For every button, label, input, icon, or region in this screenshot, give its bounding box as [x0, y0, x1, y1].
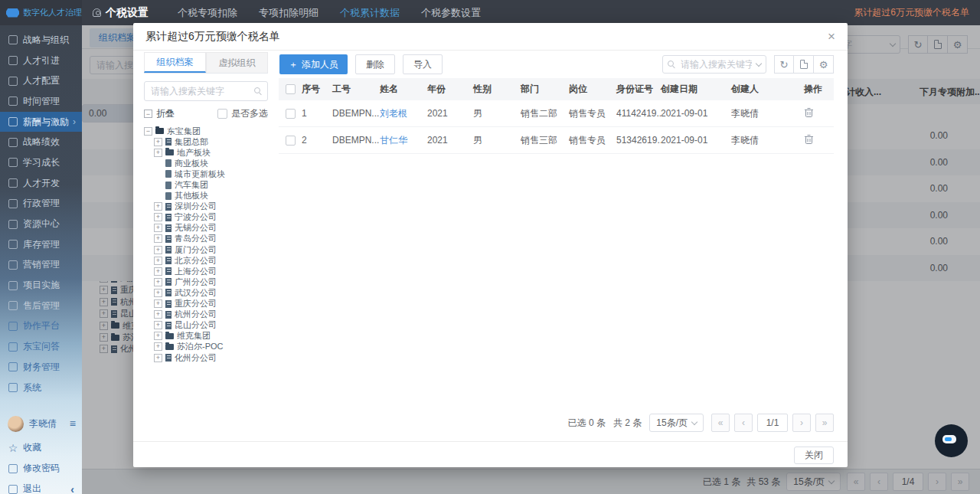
page-size-select[interactable]: 15条/页: [649, 414, 704, 432]
tree-node[interactable]: −城市更新板块: [144, 168, 268, 179]
tree-node[interactable]: +厦门分公司: [144, 244, 268, 255]
expand-icon[interactable]: +: [154, 321, 162, 329]
sidebar-footer-item[interactable]: ☆收藏: [0, 437, 82, 458]
top-nav-tab[interactable]: 个税专项扣除: [178, 6, 237, 20]
first-page-button[interactable]: «: [711, 414, 730, 432]
tree-node[interactable]: +武汉分公司: [144, 287, 268, 298]
sidebar-item[interactable]: 协作平台: [0, 316, 82, 337]
top-nav-tab[interactable]: 个税参数设置: [421, 6, 481, 20]
cell-name-link[interactable]: 甘仁华: [380, 134, 427, 147]
menu-icon[interactable]: ≡: [70, 417, 76, 430]
tree-node[interactable]: +青岛分公司: [144, 234, 268, 244]
table-row[interactable]: 1DBEMPN...刘老根2021男销售二部销售专员41142419...202…: [279, 100, 834, 127]
next-page-button[interactable]: ›: [792, 414, 811, 432]
table-search-input[interactable]: [679, 58, 753, 70]
tree-node[interactable]: +集团总部: [144, 136, 268, 147]
sidebar-item[interactable]: 战略与组织: [0, 30, 82, 51]
expand-icon[interactable]: +: [154, 299, 162, 308]
tab-virtual-org[interactable]: 虚拟组织: [206, 52, 268, 73]
expand-icon[interactable]: +: [154, 202, 162, 211]
expand-icon[interactable]: +: [154, 224, 162, 232]
expand-icon[interactable]: +: [154, 267, 162, 276]
close-icon[interactable]: ×: [828, 30, 835, 43]
settings-gear-icon[interactable]: ⚙: [814, 55, 834, 74]
expand-icon[interactable]: +: [154, 289, 162, 297]
tree-node[interactable]: +北京分公司: [144, 255, 268, 266]
table-row[interactable]: 2DBEMPN...甘仁华2021男销售三部销售专员51342619...202…: [279, 127, 834, 154]
sidebar-item[interactable]: 人才引进: [0, 51, 82, 71]
export-icon[interactable]: [794, 55, 814, 74]
expand-icon[interactable]: +: [154, 354, 162, 362]
tree-node[interactable]: −汽车集团: [144, 179, 268, 190]
multiselect-option[interactable]: 是否多选: [217, 107, 268, 120]
expand-icon[interactable]: +: [154, 342, 162, 351]
tree-node[interactable]: −其他板块: [144, 191, 268, 201]
sidebar-item[interactable]: 营销管理: [0, 255, 82, 276]
sidebar-user[interactable]: 李晓倩 ≡: [0, 414, 82, 433]
import-button[interactable]: 导入: [403, 54, 443, 74]
tree-node[interactable]: +广州分公司: [144, 276, 268, 287]
sidebar-item[interactable]: 库存管理: [0, 234, 82, 255]
expand-icon[interactable]: +: [154, 138, 162, 146]
sidebar-item[interactable]: 人才配置: [0, 70, 82, 91]
sidebar-item[interactable]: 东宝问答: [0, 336, 82, 357]
sidebar-item[interactable]: 项目实施: [0, 275, 82, 296]
collapse-sidebar-icon[interactable]: ‹: [70, 483, 74, 494]
sidebar-footer-item[interactable]: 退出‹: [0, 479, 82, 494]
prev-page-button[interactable]: ‹: [734, 414, 753, 432]
expand-icon[interactable]: +: [154, 332, 162, 340]
tree-node[interactable]: +上海分公司: [144, 266, 268, 276]
trash-icon[interactable]: [804, 134, 814, 147]
top-nav-tab[interactable]: 专项扣除明细: [259, 6, 318, 20]
tree-node[interactable]: +化州分公司: [144, 352, 268, 363]
sidebar-item[interactable]: 薪酬与激励›: [0, 112, 82, 132]
sidebar-item[interactable]: 资源中心: [0, 214, 82, 234]
tree-search-box[interactable]: [144, 81, 268, 101]
expand-icon[interactable]: +: [154, 278, 162, 286]
multiselect-checkbox[interactable]: [217, 109, 227, 119]
add-person-button[interactable]: ＋添加人员: [279, 54, 348, 74]
tree-node[interactable]: +维克集团: [144, 331, 268, 342]
tree-node[interactable]: +深圳分公司: [144, 201, 268, 212]
sidebar-item[interactable]: 系统: [0, 378, 82, 398]
sidebar-item[interactable]: 财务管理: [0, 357, 82, 378]
sidebar-item[interactable]: 人才开发: [0, 173, 82, 194]
sidebar-item[interactable]: 学习成长: [0, 152, 82, 173]
tree-node[interactable]: −东宝集团: [144, 126, 268, 136]
tree-node[interactable]: −商业板块: [144, 158, 268, 168]
tree-node[interactable]: +地产板块: [144, 147, 268, 158]
collapse-all-icon[interactable]: −: [144, 110, 152, 118]
expand-icon[interactable]: +: [154, 310, 162, 319]
expand-icon[interactable]: +: [154, 246, 162, 254]
top-nav-tab[interactable]: 个税累计数据: [340, 6, 400, 20]
over-60k-list-link[interactable]: 累计超过6万元预缴个税名单: [854, 6, 969, 19]
close-button[interactable]: 关闭: [794, 447, 834, 464]
tree-node[interactable]: +重庆分公司: [144, 299, 268, 309]
sidebar-item[interactable]: 时间管理: [0, 91, 82, 112]
sidebar-item[interactable]: 售后管理: [0, 296, 82, 316]
tree-node[interactable]: +宁波分公司: [144, 212, 268, 223]
cell-name-link[interactable]: 刘老根: [380, 107, 427, 120]
expand-icon[interactable]: +: [154, 234, 162, 243]
sidebar-item[interactable]: 行政管理: [0, 194, 82, 214]
chat-bot-button[interactable]: [935, 424, 968, 457]
collapse-icon[interactable]: −: [144, 127, 152, 136]
row-checkbox[interactable]: [286, 136, 296, 146]
expand-icon[interactable]: +: [154, 257, 162, 265]
expand-icon[interactable]: +: [154, 149, 162, 157]
tree-node[interactable]: +昆山分公司: [144, 320, 268, 331]
refresh-icon[interactable]: ↻: [774, 55, 794, 74]
tree-node[interactable]: +杭州分公司: [144, 309, 268, 320]
table-search-box[interactable]: [662, 55, 766, 74]
sidebar-item[interactable]: 战略绩效: [0, 132, 82, 152]
last-page-button[interactable]: »: [815, 414, 834, 432]
app-logo[interactable]: 数字化人才治理: [0, 0, 82, 25]
expand-icon[interactable]: +: [154, 213, 162, 221]
trash-icon[interactable]: [804, 107, 814, 120]
sidebar-footer-item[interactable]: 修改密码: [0, 458, 82, 479]
tab-org-archive[interactable]: 组织档案: [144, 52, 206, 73]
row-checkbox[interactable]: [286, 109, 296, 119]
tree-node[interactable]: +苏泊尔-POC: [144, 342, 268, 352]
select-all-checkbox[interactable]: [286, 84, 296, 94]
delete-button[interactable]: 删除: [355, 54, 395, 74]
